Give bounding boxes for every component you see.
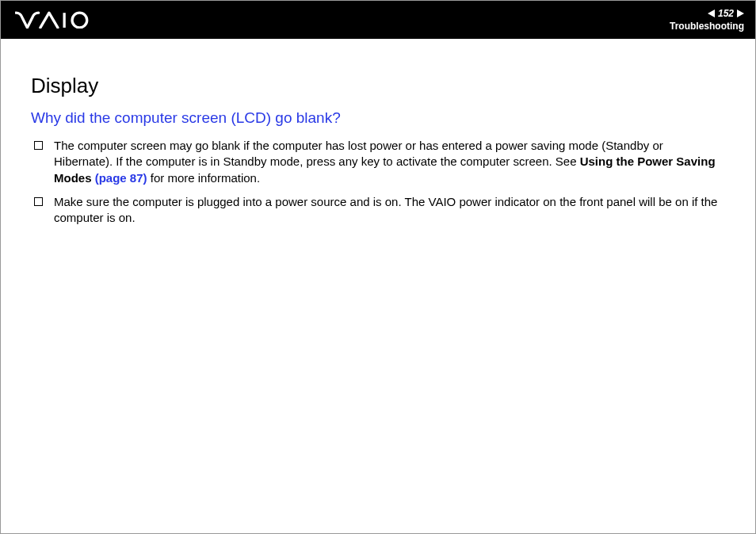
header-right: 152 Troubleshooting (670, 8, 744, 32)
svg-point-1 (72, 13, 87, 28)
list-item: The computer screen may go blank if the … (31, 138, 725, 186)
text-segment: for more information. (147, 171, 261, 185)
list-item-text: The computer screen may go blank if the … (54, 138, 725, 186)
svg-rect-0 (63, 13, 66, 28)
vaio-logo (15, 1, 102, 39)
bullet-list: The computer screen may go blank if the … (31, 138, 725, 226)
prev-page-arrow-icon[interactable] (708, 10, 715, 17)
square-bullet-icon (34, 141, 43, 150)
text-segment: The computer screen may go blank if the … (54, 139, 663, 168)
page-subtitle: Why did the computer screen (LCD) go bla… (31, 109, 725, 127)
list-item: Make sure the computer is plugged into a… (31, 194, 725, 227)
header-bar: 152 Troubleshooting (1, 1, 755, 39)
list-item-text: Make sure the computer is plugged into a… (54, 194, 725, 227)
page-number: 152 (718, 8, 734, 19)
next-page-arrow-icon[interactable] (737, 10, 744, 17)
section-name: Troubleshooting (670, 21, 744, 32)
page-nav: 152 (708, 8, 744, 19)
square-bullet-icon (34, 197, 43, 206)
page-title: Display (31, 74, 725, 98)
page-link[interactable]: (page 87) (95, 171, 147, 185)
page-content: Display Why did the computer screen (LCD… (1, 39, 755, 226)
